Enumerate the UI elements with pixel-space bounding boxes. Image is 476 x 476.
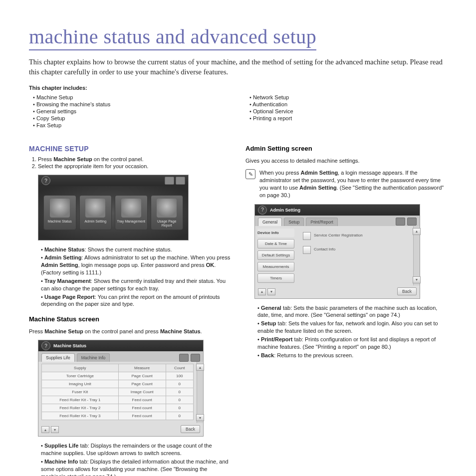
side-date-time[interactable]: Date & Time <box>257 239 294 248</box>
table-row: Feed Roller Kit - Tray 3Feed count0 <box>42 412 194 420</box>
list-item: Usage Page Report: You can print the rep… <box>41 293 231 309</box>
tile-icon <box>157 199 177 218</box>
tile-label: Usage Page Report <box>152 220 182 227</box>
list-item: Optional Service <box>245 108 447 115</box>
list-item: General settings <box>29 108 231 115</box>
col-count: Count <box>166 364 193 372</box>
list-item: Select the appropriate item for your occ… <box>38 163 231 170</box>
table-row: Feed Roller Kit - Tray 2Feed count0 <box>42 404 194 412</box>
help-icon[interactable]: ? <box>41 341 50 350</box>
page-up-icon[interactable]: ▴ <box>41 426 49 433</box>
supplies-table: Supply Measure Count Toner CartridgePage… <box>41 364 194 420</box>
list-item: Tray Management: Shows the currently ins… <box>41 277 231 293</box>
table-row: Toner CartridgePage Count100 <box>42 372 194 380</box>
list-item: Machine Status: Shows the current machin… <box>41 245 231 254</box>
checkbox[interactable] <box>303 246 311 254</box>
screenshot-tiles: ? Machine StatusAdmin SettingTray Manage… <box>38 175 189 240</box>
admin-screen-bullets: General tab: Sets the basic parameters o… <box>257 304 447 360</box>
tile-icon <box>85 199 105 218</box>
tile[interactable]: Tray Management <box>115 195 148 230</box>
tile-icon <box>50 199 70 218</box>
admin-note: When you press Admin Setting, a login me… <box>259 169 447 199</box>
list-item: Network Setup <box>245 94 447 101</box>
list-item: Browsing the machine's status <box>29 101 231 108</box>
tab-setup[interactable]: Setup <box>284 218 304 226</box>
side-default-settings[interactable]: Default Settings <box>257 250 294 260</box>
scroll-up-icon[interactable]: ▴ <box>196 364 204 371</box>
tab-machine-info[interactable]: Machine Info <box>77 353 110 362</box>
tile-row: Machine StatusAdmin SettingTray Manageme… <box>38 186 188 239</box>
screenshot-status: ? Machine Status Supplies Life Machine I… <box>38 340 204 437</box>
machine-setup-bullets: Machine Status: Shows the current machin… <box>41 245 231 309</box>
side-header: Device Info <box>257 229 294 237</box>
machine-setup-heading: MACHINE SETUP <box>29 145 231 153</box>
page-down-icon[interactable]: ▾ <box>267 288 275 295</box>
scrollbar[interactable]: ▴ ▾ <box>197 362 203 423</box>
login-icon[interactable] <box>179 354 189 362</box>
scroll-up-icon[interactable]: ▴ <box>413 228 421 235</box>
list-item: Authentication <box>245 101 447 108</box>
tab-print-report[interactable]: Print/Report <box>306 218 337 226</box>
admin-screen-heading: Admin Setting screen <box>245 145 447 152</box>
list-item: Back: Returns to the previous screen. <box>257 351 447 360</box>
scroll-down-icon[interactable]: ▾ <box>413 276 421 283</box>
side-timers[interactable]: Timers <box>257 273 294 283</box>
back-button[interactable]: Back <box>397 287 417 295</box>
tab-supplies-life[interactable]: Supplies Life <box>41 353 75 362</box>
note-icon: ✎ <box>245 169 255 179</box>
tile[interactable]: Usage Page Report <box>151 195 184 230</box>
col-supply: Supply <box>42 364 119 372</box>
status-screen-heading: Machine Status screen <box>29 315 231 323</box>
shot-title: Machine Status <box>53 343 86 348</box>
list-item: Supplies Life tab: Displays the remainde… <box>41 442 231 458</box>
check-label: Contact Info <box>314 247 335 252</box>
includes-heading: This chapter includes: <box>29 85 447 91</box>
admin-screen-lead: Gives you access to detailed machine set… <box>245 158 447 164</box>
tile[interactable]: Machine Status <box>43 195 76 230</box>
list-item: Admin Setting: Allows administrator to s… <box>41 253 231 277</box>
page-up-icon[interactable]: ▴ <box>258 288 266 295</box>
scrollbar[interactable]: ▴ ▾ <box>413 226 420 285</box>
status-screen-lead: Press Machine Setup on the control panel… <box>29 328 231 334</box>
tile-label: Tray Management <box>117 220 145 224</box>
list-item: Machine Setup <box>29 94 231 101</box>
help-icon[interactable]: ? <box>258 206 267 215</box>
back-button[interactable]: Back <box>181 425 200 433</box>
list-item: Setup tab: Sets the values for fax, netw… <box>257 319 447 335</box>
machine-setup-steps: Press Machine Setup on the control panel… <box>29 156 231 170</box>
status-screen-bullets: Supplies Life tab: Displays the remainde… <box>41 442 231 476</box>
login-icon[interactable] <box>396 218 405 226</box>
tab-general[interactable]: General <box>258 218 282 226</box>
page-down-icon[interactable]: ▾ <box>51 426 59 433</box>
tile-label: Machine Status <box>48 220 72 224</box>
home-icon[interactable] <box>407 218 417 226</box>
tile[interactable]: Admin Setting <box>79 195 112 230</box>
scroll-down-icon[interactable]: ▾ <box>196 414 204 421</box>
side-measurements[interactable]: Measurements <box>257 262 294 271</box>
check-label: Service Center Registration <box>314 234 363 238</box>
intro-text: This chapter explains how to browse the … <box>29 57 447 77</box>
toc-left: Machine SetupBrowsing the machine's stat… <box>29 94 231 129</box>
list-item: General tab: Sets the basic parameters o… <box>257 304 447 320</box>
shot-title: Admin Setting <box>270 208 300 213</box>
screenshot-admin: ? Admin Setting General Setup Print/Repo… <box>254 204 420 299</box>
table-row: Fuser KitImage Count0 <box>42 388 194 396</box>
tile-label: Admin Setting <box>84 220 106 224</box>
login-icon[interactable] <box>165 177 174 185</box>
page-title: machine status and advanced setup <box>29 25 316 50</box>
list-item: Printing a report <box>245 115 447 122</box>
list-item: Press Machine Setup on the control panel… <box>38 156 231 163</box>
list-item: Print/Report tab: Prints configuration o… <box>257 335 447 351</box>
toc-right: Network SetupAuthenticationOptional Serv… <box>245 94 447 122</box>
list-item: Machine Info tab: Displays the detailed … <box>41 458 231 476</box>
tile-icon <box>121 199 141 218</box>
help-icon[interactable]: ? <box>41 176 50 185</box>
list-item: Fax Setup <box>29 122 231 129</box>
home-icon[interactable] <box>191 354 200 362</box>
checkbox[interactable] <box>303 232 311 240</box>
table-row: Imaging UnitPage Count0 <box>42 380 194 388</box>
table-row: Feed Roller Kit - Tray 1Feed count0 <box>42 396 194 404</box>
home-icon[interactable] <box>176 177 185 185</box>
col-measure: Measure <box>118 364 166 372</box>
list-item: Copy Setup <box>29 115 231 122</box>
